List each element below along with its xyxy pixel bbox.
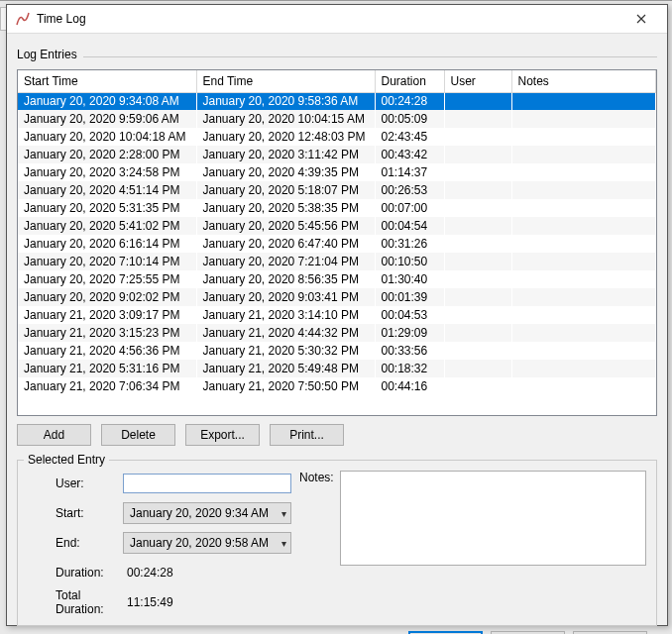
selected-entry-group: Selected Entry User: Start: January 20, … [17, 460, 657, 626]
notes-textarea[interactable] [340, 471, 646, 566]
table-header-row[interactable]: Start Time End Time Duration User Notes [18, 70, 656, 92]
table-row[interactable]: January 20, 2020 10:04:18 AMJanuary 20, … [18, 128, 656, 146]
cell-user [444, 181, 511, 199]
print-button[interactable]: Print... [270, 424, 344, 446]
table-row[interactable]: January 21, 2020 7:06:34 PMJanuary 21, 2… [18, 377, 656, 395]
cell-user [444, 92, 511, 110]
cell-notes [511, 181, 656, 199]
cell-duration: 00:04:54 [375, 217, 444, 235]
cell-start: January 20, 2020 5:41:02 PM [18, 217, 196, 235]
log-entries-group: Log Entries Start Time End Time Duration… [17, 48, 657, 446]
duration-label: Duration: [28, 566, 123, 580]
export-button[interactable]: Export... [185, 424, 260, 446]
total-duration-value: 11:15:49 [123, 595, 173, 609]
table-row[interactable]: January 20, 2020 7:25:55 PMJanuary 20, 2… [18, 270, 656, 288]
end-label: End: [28, 536, 123, 550]
table-row[interactable]: January 20, 2020 5:31:35 PMJanuary 20, 2… [18, 199, 656, 217]
cell-user [444, 342, 511, 360]
table-row[interactable]: January 20, 2020 2:28:00 PMJanuary 20, 2… [18, 146, 656, 163]
cell-start: January 20, 2020 10:04:18 AM [18, 128, 196, 146]
col-header-user[interactable]: User [444, 70, 511, 92]
total-duration-label: Total Duration: [28, 588, 123, 616]
col-header-end[interactable]: End Time [196, 70, 375, 92]
cell-notes [511, 253, 656, 270]
cell-user [444, 324, 511, 342]
cell-user [444, 306, 511, 324]
cell-user [444, 253, 511, 270]
cell-start: January 21, 2020 3:09:17 PM [18, 306, 196, 324]
start-combo[interactable]: January 20, 2020 9:34 AM ▾ [123, 502, 291, 524]
cell-end: January 20, 2020 6:47:40 PM [196, 235, 375, 253]
cell-user [444, 288, 511, 306]
table-row[interactable]: January 20, 2020 3:24:58 PMJanuary 20, 2… [18, 163, 656, 181]
cell-duration: 00:26:53 [375, 181, 444, 199]
cell-user [444, 199, 511, 217]
cell-duration: 00:31:26 [375, 235, 444, 253]
cell-start: January 20, 2020 2:28:00 PM [18, 146, 196, 163]
notes-label: Notes: [299, 471, 334, 484]
cell-end: January 20, 2020 4:39:35 PM [196, 163, 375, 181]
cell-end: January 21, 2020 3:14:10 PM [196, 306, 375, 324]
cell-start: January 21, 2020 4:56:36 PM [18, 342, 196, 360]
user-label: User: [28, 476, 123, 490]
table-row[interactable]: January 20, 2020 9:02:02 PMJanuary 20, 2… [18, 288, 656, 306]
titlebar[interactable]: Time Log [7, 5, 667, 34]
cell-notes [511, 163, 656, 181]
log-table[interactable]: Start Time End Time Duration User Notes … [17, 69, 657, 416]
chevron-down-icon: ▾ [281, 538, 286, 549]
start-label: Start: [28, 506, 123, 520]
cell-notes [511, 360, 656, 377]
table-row[interactable]: January 20, 2020 6:16:14 PMJanuary 20, 2… [18, 235, 656, 253]
cell-end: January 21, 2020 7:50:50 PM [196, 377, 375, 395]
table-row[interactable]: January 21, 2020 4:56:36 PMJanuary 21, 2… [18, 342, 656, 360]
cell-duration: 00:07:00 [375, 199, 444, 217]
chevron-down-icon: ▾ [281, 508, 286, 519]
cell-duration: 00:43:42 [375, 146, 444, 163]
cell-user [444, 270, 511, 288]
cell-start: January 20, 2020 4:51:14 PM [18, 181, 196, 199]
col-header-start[interactable]: Start Time [18, 70, 196, 92]
col-header-notes[interactable]: Notes [511, 70, 656, 92]
table-row[interactable]: January 21, 2020 3:15:23 PMJanuary 21, 2… [18, 324, 656, 342]
cell-end: January 21, 2020 5:30:32 PM [196, 342, 375, 360]
cell-end: January 20, 2020 9:03:41 PM [196, 288, 375, 306]
table-row[interactable]: January 21, 2020 5:31:16 PMJanuary 21, 2… [18, 360, 656, 377]
cell-notes [511, 235, 656, 253]
table-row[interactable]: January 20, 2020 9:34:08 AMJanuary 20, 2… [18, 92, 656, 110]
cell-start: January 21, 2020 3:15:23 PM [18, 324, 196, 342]
cell-end: January 20, 2020 3:11:42 PM [196, 146, 375, 163]
close-button[interactable] [621, 5, 661, 33]
table-row[interactable]: January 20, 2020 9:59:06 AMJanuary 20, 2… [18, 110, 656, 128]
table-row[interactable]: January 21, 2020 3:09:17 PMJanuary 21, 2… [18, 306, 656, 324]
end-combo[interactable]: January 20, 2020 9:58 AM ▾ [123, 532, 291, 554]
table-row[interactable]: January 20, 2020 5:41:02 PMJanuary 20, 2… [18, 217, 656, 235]
cell-start: January 21, 2020 7:06:34 PM [18, 377, 196, 395]
table-row[interactable]: January 20, 2020 7:10:14 PMJanuary 20, 2… [18, 253, 656, 270]
user-input[interactable] [123, 474, 291, 493]
cell-start: January 20, 2020 9:34:08 AM [18, 92, 196, 110]
cell-duration: 00:18:32 [375, 360, 444, 377]
cell-duration: 02:43:45 [375, 128, 444, 146]
cell-end: January 20, 2020 12:48:03 PM [196, 128, 375, 146]
col-header-duration[interactable]: Duration [375, 70, 444, 92]
add-button[interactable]: Add [17, 424, 91, 446]
cell-duration: 00:10:50 [375, 253, 444, 270]
cell-end: January 21, 2020 5:49:48 PM [196, 360, 375, 377]
cell-user [444, 146, 511, 163]
delete-button[interactable]: Delete [101, 424, 175, 446]
log-buttons-row: Add Delete Export... Print... [17, 424, 657, 446]
cell-start: January 20, 2020 9:02:02 PM [18, 288, 196, 306]
cell-notes [511, 217, 656, 235]
cell-user [444, 128, 511, 146]
table-row[interactable]: January 20, 2020 4:51:14 PMJanuary 20, 2… [18, 181, 656, 199]
cell-end: January 20, 2020 8:56:35 PM [196, 270, 375, 288]
dialog-content: Log Entries Start Time End Time Duration… [7, 34, 667, 634]
cell-end: January 20, 2020 5:45:56 PM [196, 217, 375, 235]
cell-user [444, 217, 511, 235]
cell-notes [511, 377, 656, 395]
cell-duration: 00:24:28 [375, 92, 444, 110]
cell-start: January 21, 2020 5:31:16 PM [18, 360, 196, 377]
cell-notes [511, 146, 656, 163]
cell-end: January 20, 2020 5:38:35 PM [196, 199, 375, 217]
cell-duration: 00:01:39 [375, 288, 444, 306]
